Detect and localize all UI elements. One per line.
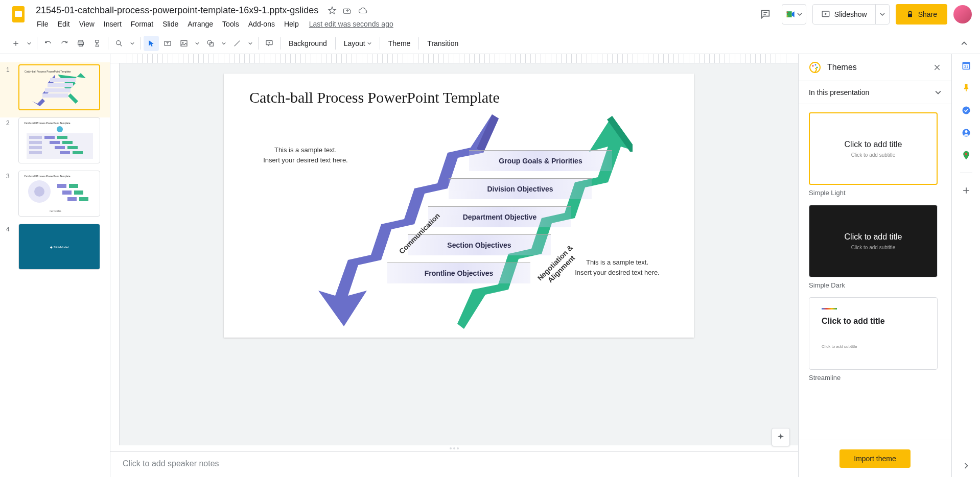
- slide-title-text[interactable]: Catch-ball Process PowerPoint Template: [249, 89, 500, 106]
- svg-rect-33: [73, 151, 83, 154]
- calendar-icon[interactable]: 31: [961, 60, 971, 70]
- share-button[interactable]: Share: [896, 4, 947, 25]
- close-icon[interactable]: [933, 63, 941, 71]
- side-panel-rail: 31: [951, 54, 980, 477]
- tasks-icon[interactable]: [961, 105, 971, 115]
- background-button[interactable]: Background: [284, 36, 332, 51]
- menu-format[interactable]: Format: [127, 18, 157, 30]
- slide-thumbnail-2[interactable]: Catch-ball Process PowerPoint Template: [18, 117, 100, 163]
- redo-button[interactable]: [57, 36, 72, 51]
- slide-canvas[interactable]: Catch-ball Process PowerPoint Template T…: [224, 74, 694, 338]
- menu-view[interactable]: View: [75, 18, 99, 30]
- share-label: Share: [918, 10, 937, 18]
- undo-button[interactable]: [40, 36, 56, 51]
- thumb-number: 1: [6, 64, 14, 110]
- svg-point-55: [965, 153, 967, 155]
- svg-text:Catch-ball Process PowerPoint : Catch-ball Process PowerPoint Template: [25, 70, 71, 73]
- hide-panel-icon[interactable]: [961, 461, 971, 471]
- layout-button[interactable]: Layout: [339, 36, 377, 51]
- theme-button[interactable]: Theme: [383, 36, 416, 51]
- star-icon[interactable]: [328, 6, 337, 15]
- doc-title[interactable]: 21545-01-catchball-process-powerpoint-te…: [33, 4, 321, 17]
- slideshow-button[interactable]: Slideshow: [812, 4, 890, 25]
- svg-rect-17: [45, 88, 71, 92]
- slideshow-dropdown[interactable]: [876, 5, 889, 24]
- theme-card-streamline: Click to add title Click to add subtitle…: [809, 297, 941, 381]
- thumbnail-row: 4 ◆ SlideModel: [6, 224, 104, 270]
- canvas-scroll[interactable]: Catch-ball Process PowerPoint Template T…: [120, 63, 798, 445]
- move-icon[interactable]: [343, 6, 352, 15]
- image-dropdown[interactable]: [193, 36, 202, 51]
- notes-resize-handle[interactable]: [110, 445, 798, 451]
- canvas-area: Catch-ball Process PowerPoint Template T…: [110, 54, 798, 477]
- maps-icon[interactable]: [961, 150, 971, 160]
- theme-preview[interactable]: Click to add title Click to add subtitle: [809, 297, 938, 370]
- svg-rect-30: [67, 146, 78, 149]
- menu-slide[interactable]: Slide: [158, 18, 182, 30]
- slides-logo[interactable]: [8, 4, 29, 25]
- zoom-dropdown[interactable]: [128, 36, 137, 51]
- rung-division[interactable]: Division Objectives: [449, 178, 592, 199]
- svg-rect-26: [50, 141, 60, 144]
- theme-card-simple-dark: Click to add title Click to add subtitle…: [809, 205, 941, 289]
- rung-frontline[interactable]: Frontline Objectives: [387, 263, 530, 283]
- rung-section[interactable]: Section Objectives: [408, 234, 551, 255]
- shape-tool[interactable]: [203, 36, 218, 51]
- textbox-tool[interactable]: [160, 36, 175, 51]
- slide-thumbnail-4[interactable]: ◆ SlideModel: [18, 224, 100, 270]
- theme-preview[interactable]: Click to add title Click to add subtitle: [809, 112, 938, 185]
- menu-addons[interactable]: Add-ons: [244, 18, 279, 30]
- comments-button[interactable]: [755, 4, 776, 25]
- svg-rect-1: [15, 11, 22, 17]
- select-tool[interactable]: [144, 36, 159, 51]
- new-slide-dropdown[interactable]: [25, 36, 34, 51]
- theme-preview[interactable]: Click to add title Click to add subtitle: [809, 205, 938, 277]
- transition-button[interactable]: Transition: [422, 36, 463, 51]
- line-dropdown[interactable]: [246, 36, 255, 51]
- menu-edit[interactable]: Edit: [54, 18, 74, 30]
- theme-name: Simple Dark: [809, 281, 941, 289]
- svg-rect-3: [908, 14, 912, 17]
- horizontal-ruler: [110, 54, 798, 63]
- cloud-icon[interactable]: [358, 6, 367, 15]
- catchball-diagram[interactable]: Group Goals & Priorities Division Object…: [316, 109, 633, 334]
- chevron-down-icon: [880, 12, 885, 17]
- shape-dropdown[interactable]: [219, 36, 228, 51]
- image-tool[interactable]: [176, 36, 192, 51]
- comment-tool[interactable]: [262, 36, 277, 51]
- rung-group-goals[interactable]: Group Goals & Priorities: [469, 150, 612, 171]
- keep-icon[interactable]: [961, 83, 971, 93]
- speaker-notes[interactable]: Click to add speaker notes: [110, 451, 798, 477]
- themes-section-toggle[interactable]: In this presentation: [799, 81, 951, 104]
- menu-tools[interactable]: Tools: [218, 18, 243, 30]
- svg-rect-24: [57, 136, 67, 139]
- meet-button[interactable]: [782, 4, 806, 25]
- slide-thumbnail-3[interactable]: Catch-ball Process PowerPoint TemplateCA…: [18, 171, 100, 217]
- add-addon-icon[interactable]: [961, 185, 971, 196]
- themes-panel: Themes In this presentation Click to add…: [798, 54, 951, 477]
- explore-button[interactable]: [772, 428, 790, 446]
- themes-title: Themes: [827, 63, 927, 72]
- thumbnail-row: 2 Catch-ball Process PowerPoint Template: [6, 117, 104, 163]
- import-theme-button[interactable]: Import theme: [839, 449, 910, 468]
- line-tool[interactable]: [229, 36, 245, 51]
- user-avatar[interactable]: [953, 5, 972, 23]
- svg-text:Catch-ball Process PowerPoint : Catch-ball Process PowerPoint Template: [24, 122, 71, 125]
- rung-department[interactable]: Department Objective: [428, 206, 571, 227]
- menu-help[interactable]: Help: [280, 18, 303, 30]
- menu-insert[interactable]: Insert: [100, 18, 126, 30]
- contacts-icon[interactable]: [961, 128, 971, 138]
- chevron-down-icon: [935, 89, 941, 96]
- slideshow-label: Slideshow: [834, 10, 867, 18]
- menu-arrange[interactable]: Arrange: [183, 18, 217, 30]
- themes-footer: Import theme: [799, 440, 951, 477]
- paint-format-button[interactable]: [89, 36, 105, 51]
- slide-thumbnail-1[interactable]: Catch-ball Process PowerPoint Template: [18, 64, 100, 110]
- zoom-button[interactable]: [111, 36, 127, 51]
- new-slide-button[interactable]: [8, 36, 24, 51]
- last-edit-link[interactable]: Last edit was seconds ago: [309, 20, 393, 28]
- menu-file[interactable]: File: [33, 18, 53, 30]
- filmstrip: 1 Catch-ball Process PowerPoint Template…: [0, 54, 110, 477]
- hide-menus-button[interactable]: [956, 36, 972, 51]
- print-button[interactable]: [73, 36, 88, 51]
